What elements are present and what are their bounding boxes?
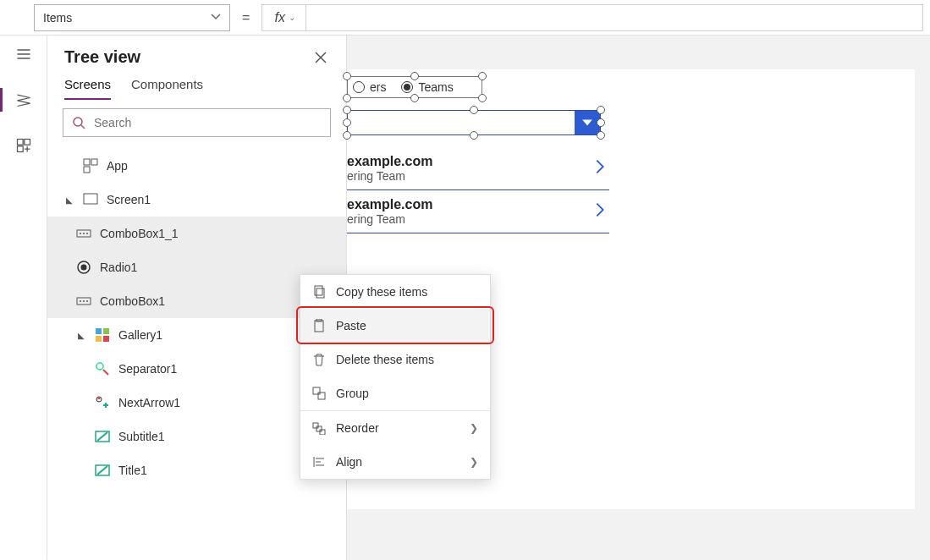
selection-handle[interactable]	[478, 94, 487, 102]
svg-rect-1	[24, 140, 30, 145]
expand-icon[interactable]: ◣	[76, 331, 86, 340]
list-item[interactable]: example.com ering Team	[347, 147, 609, 190]
combobox-control[interactable]	[347, 110, 601, 135]
list-item-title: example.com	[347, 197, 432, 212]
radio-option-2[interactable]: Teams	[401, 80, 453, 94]
chevron-right-icon[interactable]	[591, 200, 609, 222]
svg-rect-6	[84, 167, 90, 173]
menu-reorder[interactable]: Reorder ❯	[300, 411, 490, 445]
search-input[interactable]	[92, 115, 322, 130]
tree-item-screen1[interactable]: ◣ Screen1	[47, 183, 346, 217]
tab-components[interactable]: Components	[131, 77, 203, 100]
radio-option-label: Teams	[418, 80, 453, 94]
selection-handle[interactable]	[597, 106, 605, 114]
expand-icon[interactable]: ◣	[64, 195, 74, 205]
formula-input[interactable]	[306, 5, 921, 30]
menu-item-label: Align	[336, 455, 362, 469]
selection-handle[interactable]	[470, 106, 478, 114]
svg-rect-20	[96, 336, 102, 342]
selection-handle[interactable]	[410, 94, 419, 102]
insert-button[interactable]	[10, 132, 37, 159]
chevron-down-icon: ⌄	[289, 13, 295, 22]
reorder-icon	[312, 421, 326, 435]
label-icon	[95, 429, 110, 444]
radio-icon	[76, 260, 91, 275]
svg-rect-21	[103, 336, 109, 342]
tree-item-combobox1-1[interactable]: ComboBox1_1	[47, 217, 346, 250]
list-item-title: example.com	[347, 154, 432, 169]
tree-view-button[interactable]	[10, 86, 37, 113]
svg-rect-18	[96, 328, 102, 334]
radio-icon	[353, 81, 365, 93]
chevron-right-icon: ❯	[470, 456, 478, 468]
close-icon[interactable]	[312, 49, 329, 66]
svg-point-15	[80, 300, 81, 302]
tree-item-label: ComboBox1_1	[100, 227, 179, 240]
menu-item-label: Paste	[336, 319, 366, 332]
svg-point-9	[80, 233, 81, 234]
tree-item-app[interactable]: App	[47, 149, 346, 183]
tree-item-label: NextArrow1	[118, 396, 180, 409]
svg-rect-5	[91, 159, 97, 165]
tree-tabs: Screens Components	[47, 72, 346, 100]
svg-rect-32	[313, 423, 318, 428]
label-icon	[95, 463, 110, 478]
menu-delete[interactable]: Delete these items	[300, 343, 490, 376]
radio-control[interactable]: ers Teams	[347, 76, 482, 98]
selection-handle[interactable]	[343, 72, 351, 80]
context-menu: Copy these items Paste Delete these item…	[300, 274, 491, 480]
menu-align[interactable]: Align ❯	[300, 445, 490, 479]
svg-rect-0	[17, 140, 23, 145]
group-icon	[312, 387, 326, 400]
tab-screens[interactable]: Screens	[64, 77, 111, 100]
selection-handle[interactable]	[343, 131, 351, 140]
svg-point-11	[86, 233, 88, 234]
radio-icon	[401, 81, 413, 93]
selection-handle[interactable]	[478, 72, 487, 80]
svg-rect-33	[316, 426, 322, 431]
align-icon	[312, 455, 326, 469]
selection-handle[interactable]	[470, 131, 478, 140]
screen-icon	[83, 192, 98, 207]
hamburger-button[interactable]	[10, 41, 37, 68]
paste-icon	[312, 319, 326, 332]
selection-handle[interactable]	[343, 94, 351, 102]
svg-point-3	[74, 118, 82, 126]
radio-option-1[interactable]: ers	[353, 80, 386, 94]
tree-item-label: ComboBox1	[100, 294, 165, 308]
svg-rect-26	[315, 286, 322, 295]
menu-group[interactable]: Group	[300, 376, 490, 410]
menu-paste[interactable]: Paste	[300, 309, 490, 343]
tree-item-label: App	[107, 159, 128, 173]
property-selector[interactable]: Items	[34, 4, 230, 31]
combobox-icon	[76, 294, 91, 309]
chevron-right-icon[interactable]	[591, 157, 609, 179]
selection-handle[interactable]	[410, 72, 419, 80]
svg-rect-28	[315, 321, 323, 332]
svg-rect-2	[17, 146, 23, 152]
list-item-subtitle: ering Team	[347, 169, 432, 183]
svg-point-17	[86, 300, 88, 302]
fx-label: fx	[275, 10, 285, 25]
svg-rect-27	[316, 288, 324, 298]
svg-point-13	[81, 265, 87, 271]
gallery-control[interactable]: example.com ering Team example.com ering…	[347, 147, 609, 233]
trash-icon	[312, 353, 326, 366]
combobox-icon	[76, 226, 91, 241]
svg-point-16	[83, 300, 85, 302]
svg-point-10	[83, 233, 85, 234]
selection-handle[interactable]	[597, 131, 605, 140]
svg-rect-34	[320, 430, 325, 435]
separator-icon	[95, 361, 110, 376]
search-icon	[72, 116, 85, 129]
list-item-subtitle: ering Team	[347, 212, 432, 226]
fx-button[interactable]: fx ⌄	[264, 5, 306, 30]
menu-copy[interactable]: Copy these items	[300, 275, 490, 309]
tree-search[interactable]	[63, 108, 331, 137]
list-item[interactable]: example.com ering Team	[347, 190, 609, 233]
selection-handle[interactable]	[343, 106, 351, 114]
selection-handle[interactable]	[343, 118, 351, 127]
tree-item-label: Radio1	[100, 261, 137, 274]
equals-label: =	[230, 10, 261, 25]
selection-handle[interactable]	[597, 118, 605, 127]
